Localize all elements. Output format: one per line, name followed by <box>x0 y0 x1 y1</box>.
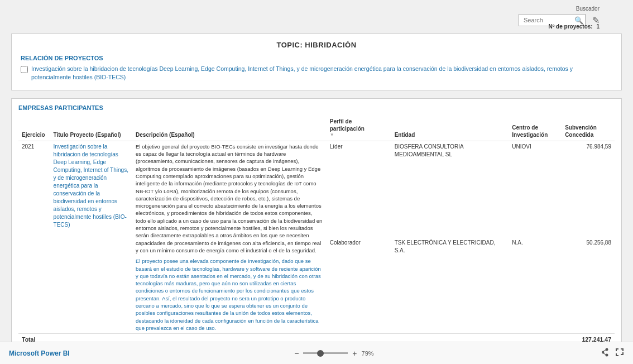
cell-titulo: Investigación sobre la hibridacion de te… <box>50 141 132 333</box>
buscador-label: Buscador <box>576 6 600 12</box>
project-checkbox[interactable] <box>21 66 28 73</box>
zoom-label: 79% <box>362 350 377 357</box>
bottom-bar: Microsoft Power BI − + 79% <box>0 342 633 364</box>
empresas-title: EMPRESAS PARTICIPANTES <box>18 104 615 111</box>
empresas-table: Ejercicio Titulo Proyecto (Español) Desc… <box>18 116 615 346</box>
share-icon-btn[interactable] <box>601 348 610 358</box>
col-header-subvencion: Subvención Concedida <box>562 116 615 141</box>
fullscreen-icon-btn[interactable] <box>615 348 624 358</box>
n-proyectos: Nº de proyectos: 1 <box>548 23 600 30</box>
zoom-plus-btn[interactable]: + <box>351 349 358 358</box>
project-link[interactable]: Investigación sobre la hibridacion de te… <box>31 65 612 81</box>
table-row: 2021Investigación sobre la hibridacion d… <box>18 141 615 237</box>
col-header-centro: Centro de Investigación <box>509 116 562 141</box>
cell-perfil: Colaborador <box>327 237 391 334</box>
cell-ejercicio: 2021 <box>18 141 50 333</box>
bottom-icons <box>601 348 624 358</box>
col-header-perfil: Perfil de participación ▼ <box>327 116 391 141</box>
cell-perfil: Líder <box>327 141 391 237</box>
relacion-label: RELACIÓN DE PROYECTOS <box>21 55 612 61</box>
powerbi-link[interactable]: Microsoft Power BI <box>9 349 70 357</box>
cell-descripcion: El objetivo general del proyecto BIO-TEC… <box>132 141 327 333</box>
table-header-row: Ejercicio Titulo Proyecto (Español) Desc… <box>18 116 615 141</box>
topic-title: TOPIC: HIBRIDACIÓN <box>21 41 612 49</box>
zoom-minus-btn[interactable]: − <box>293 349 300 358</box>
zoom-slider[interactable] <box>303 352 348 354</box>
col-header-descripcion: Descripción (Español) <box>132 116 327 141</box>
col-header-ejercicio: Ejercicio <box>18 116 50 141</box>
cell-subvencion: 76.984,59 <box>562 141 615 237</box>
topic-section: TOPIC: HIBRIDACIÓN RELACIÓN DE PROYECTOS… <box>11 33 622 90</box>
cell-entidad: TSK ELECTRÓNICA Y ELECTRICIDAD, S.A. <box>391 237 509 334</box>
project-checkbox-row: Investigación sobre la hibridacion de te… <box>21 65 612 81</box>
main-content: Buscador 🔍 ✎ Nº de proyectos: 1 TOPIC: H… <box>0 0 633 364</box>
cell-centro: N.A. <box>509 237 562 334</box>
empresas-section: EMPRESAS PARTICIPANTES Ejercicio Titulo … <box>11 98 622 352</box>
zoom-controls: − + 79% <box>293 349 377 358</box>
cell-subvencion: 50.256,88 <box>562 237 615 334</box>
cell-centro: UNIOVI <box>509 141 562 237</box>
col-header-titulo: Titulo Proyecto (Español) <box>50 116 132 141</box>
cell-entidad: BIOSFERA CONSULTORIA MEDIOAMBIENTAL SL <box>391 141 509 237</box>
col-header-entidad: Entidad <box>391 116 509 141</box>
